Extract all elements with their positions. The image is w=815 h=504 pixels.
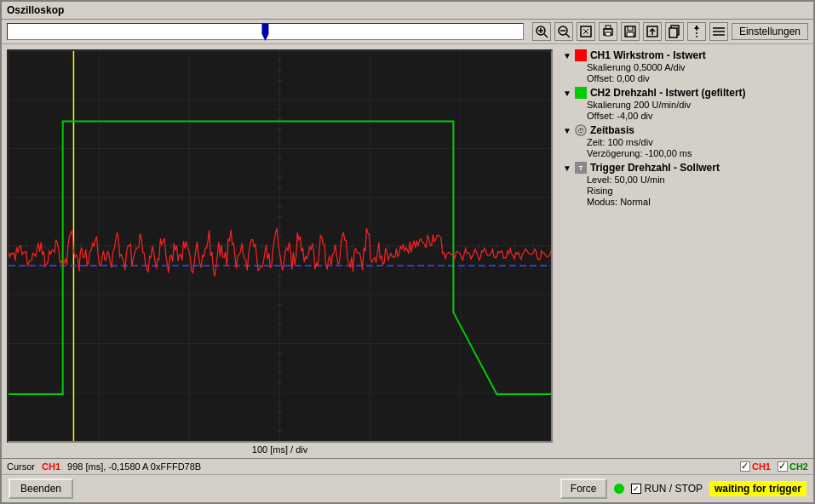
trigger-icon: T [575,162,587,174]
trigger-collapse-arrow[interactable]: ▼ [563,163,571,173]
ch2-collapse-arrow[interactable]: ▼ [563,89,571,98]
settings-icon-button[interactable] [709,22,728,41]
sidebar-trigger: ▼ T Trigger Drehzahl - Sollwert Level: 5… [563,162,808,207]
print-button[interactable] [599,22,617,41]
zeitbasis-zeit: Zeit: 100 ms/div [587,137,808,147]
cursor-channel: CH1 [42,461,60,472]
clock-icon: ⏱ [575,124,587,136]
ch1-skalierung: Skalierung 0,5000 A/div [587,62,808,72]
beenden-button[interactable]: Beenden [9,478,73,499]
oscilloscope-chart [7,49,553,443]
main-window: Oszilloskop [0,0,815,504]
run-stop-label: RUN / STOP [645,483,703,495]
svg-marker-21 [694,26,699,29]
svg-line-1 [544,34,548,37]
zoom-in-button[interactable] [532,22,551,41]
ch1-offset: Offset: 0,00 div [587,73,808,83]
slider-thumb[interactable] [258,24,272,41]
chart-container: 100 [ms] / div [2,44,558,458]
run-stop-container[interactable]: ✓ RUN / STOP [631,483,703,495]
sidebar-ch1: ▼ CH1 Wirkstrom - Istwert Skalierung 0,5… [563,49,808,83]
run-stop-checkbox[interactable]: ✓ [631,484,641,494]
zeitbasis-label: Zeitbasis [590,124,634,136]
ch1-color-box [575,49,587,61]
trigger-modus: Modus: Normal [587,197,808,207]
ch1-label: CH1 Wirkstrom - Istwert [590,49,706,61]
ch2-checkbox-container[interactable]: CH2 [778,461,808,472]
fit-button[interactable] [577,22,595,41]
time-label: 100 [ms] / div [7,443,553,458]
toolbar: Einstellungen [2,20,813,44]
chart-svg [9,51,551,441]
ch2-color-box [575,87,587,99]
export-button[interactable] [643,22,662,41]
sidebar-ch2: ▼ CH2 Drehzahl - Istwert (gefiltert) Ska… [563,87,808,121]
sidebar-zeitbasis: ▼ ⏱ Zeitbasis Zeit: 100 ms/div Verzögeru… [563,124,808,158]
einstellungen-button[interactable]: Einstellungen [732,23,808,40]
status-bar: Cursor CH1 998 [ms], -0,1580 A 0xFFFD78B… [2,458,813,474]
zoom-out-button[interactable] [554,22,573,41]
svg-line-5 [566,34,570,37]
force-button[interactable]: Force [560,478,607,499]
status-dot [614,484,624,494]
title-bar: Oszilloskop [2,2,813,20]
ch2-skalierung: Skalierung 200 U/min/div [587,100,808,110]
ch2-checkbox[interactable] [778,461,788,472]
waiting-label: waiting for trigger [709,481,806,496]
zeitbasis-verzoegerung: Verzögerung: -100,00 ms [587,148,808,158]
ch1-checkbox-container[interactable]: CH1 [740,461,771,472]
window-title: Oszilloskop [7,4,64,16]
ch2-checkbox-label: CH2 [789,461,808,472]
svg-rect-12 [606,32,611,36]
cursor-text: Cursor [7,461,35,472]
ch1-checkbox-label: CH1 [752,461,771,472]
trigger-level: Level: 50,00 U/min [587,175,808,185]
trigger-rising: Rising [587,186,808,196]
trigger-label: Trigger Drehzahl - Sollwert [590,162,720,174]
ch2-label: CH2 Drehzahl - Istwert (gefiltert) [590,87,746,99]
copy-button[interactable] [665,22,684,41]
save-button[interactable] [621,22,640,41]
cursor-button[interactable] [687,22,706,41]
sidebar: ▼ CH1 Wirkstrom - Istwert Skalierung 0,5… [558,44,813,458]
zeitbasis-collapse-arrow[interactable]: ▼ [563,126,571,135]
bottom-bar: Beenden Force ✓ RUN / STOP waiting for t… [2,474,813,502]
svg-rect-19 [669,28,677,37]
svg-rect-14 [628,26,633,31]
main-area: 100 [ms] / div ▼ CH1 Wirkstrom - Istwert… [2,44,813,458]
position-slider-track[interactable] [7,23,524,40]
ch1-checkbox[interactable] [740,461,750,472]
cursor-value: 998 [ms], -0,1580 A 0xFFFD78B [67,461,201,472]
ch1-collapse-arrow[interactable]: ▼ [563,51,571,60]
svg-rect-15 [627,32,634,37]
ch2-offset: Offset: -4,00 div [587,111,808,121]
